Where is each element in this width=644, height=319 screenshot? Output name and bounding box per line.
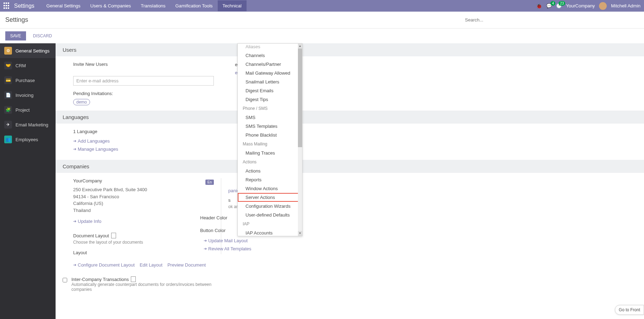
go-to-front-button[interactable]: Go to Front xyxy=(615,305,644,315)
sidebar-item-project[interactable]: 🧩 Project xyxy=(0,102,56,117)
dd-mail-gateway[interactable]: Mail Gateway Allowed xyxy=(238,69,302,77)
dropdown-scrollbar[interactable]: ▲ ▼ xyxy=(298,44,302,236)
nav-translations[interactable]: Translations xyxy=(136,0,170,11)
nav-general-settings[interactable]: General Settings xyxy=(42,0,85,11)
users-left-col: Invite New Users Pending Invitations: de… xyxy=(73,62,214,105)
dd-reports[interactable]: Reports xyxy=(238,175,302,184)
dd-actions[interactable]: Actions xyxy=(238,167,302,175)
dd-header-actions: Actions xyxy=(238,157,302,167)
update-mail-layout-link[interactable]: ➔ Update Mail Layout xyxy=(204,238,362,243)
ict-row: Inter-Company Transactions Automatically… xyxy=(63,276,214,292)
sidebar-item-crm[interactable]: 🤝 CRM xyxy=(0,58,56,73)
sidebar-item-invoicing[interactable]: 📄 Invoicing xyxy=(0,88,56,102)
company-address-2: 94134 - San Francisco xyxy=(73,193,214,200)
company-switcher[interactable]: YourCompany xyxy=(566,3,595,8)
sub-header: Settings xyxy=(0,12,644,29)
config-links: ➔ Configure Document Layout Edit Layout … xyxy=(73,262,214,268)
employees-icon: 👥 xyxy=(4,136,12,143)
manage-languages-link[interactable]: ➔ Manage Languages xyxy=(73,146,214,152)
dd-snailmail[interactable]: Snailmail Letters xyxy=(238,77,302,86)
project-icon: 🧩 xyxy=(4,106,12,114)
dd-mailing-traces[interactable]: Mailing Traces xyxy=(238,149,302,157)
sidebar-item-label: Employees xyxy=(15,137,38,142)
dd-iap-accounts[interactable]: IAP Accounts xyxy=(238,229,302,236)
dd-window-actions[interactable]: Window Actions xyxy=(238,184,302,193)
company-name: YourCompany xyxy=(73,178,102,183)
dd-channels-partner[interactable]: Channels/Partner xyxy=(238,60,302,69)
scroll-down-icon[interactable]: ▼ xyxy=(298,231,302,236)
scroll-thumb[interactable] xyxy=(298,49,302,147)
apps-icon[interactable] xyxy=(4,2,11,10)
nav-technical[interactable]: Technical xyxy=(218,0,247,11)
ict-checkbox[interactable] xyxy=(63,278,67,282)
dd-server-actions[interactable]: Server Actions xyxy=(238,193,302,202)
arrow-right-icon: ➔ xyxy=(73,263,76,267)
page-title: Settings xyxy=(5,16,28,24)
activities-icon[interactable]: 🕐23 xyxy=(556,3,562,8)
gear-icon: ⚙ xyxy=(4,47,12,55)
sidebar-item-general[interactable]: ⚙ General Settings xyxy=(0,43,56,58)
layout-label: Layout xyxy=(73,250,214,255)
company-address-1: 250 Executive Park Blvd, Suite 3400 xyxy=(73,186,214,193)
invite-email-input[interactable] xyxy=(73,76,214,86)
save-button[interactable]: SAVE xyxy=(5,31,26,40)
sidebar-item-label: Email Marketing xyxy=(15,122,48,127)
sidebar-item-employees[interactable]: 👥 Employees xyxy=(0,132,56,147)
action-bar: SAVE DISCARD xyxy=(0,29,644,43)
edit-layout-link[interactable]: Edit Layout xyxy=(140,262,162,268)
dd-header-iap: IAP xyxy=(238,219,302,229)
ict-title: Inter-Company Transactions xyxy=(71,276,214,282)
technical-dropdown: Aliases Channels Channels/Partner Mail G… xyxy=(237,43,302,236)
ict-subtitle: Automatically generate counterpart docum… xyxy=(71,282,214,292)
arrow-right-icon: ➔ xyxy=(204,246,207,251)
dd-phone-blacklist[interactable]: Phone Blacklist xyxy=(238,131,302,139)
update-info-link[interactable]: ➔ Update Info xyxy=(73,219,214,224)
sidebar-item-email[interactable]: ✈ Email Marketing xyxy=(0,117,56,132)
pending-tag-demo[interactable]: demo xyxy=(73,99,90,105)
messages-badge: 4 xyxy=(550,1,555,6)
content: Aliases Channels Channels/Partner Mail G… xyxy=(56,43,644,319)
search-box xyxy=(463,15,639,25)
language-count: 1 Language xyxy=(73,129,214,134)
nav-users-companies[interactable]: Users & Companies xyxy=(85,0,136,11)
activities-badge: 23 xyxy=(559,1,565,6)
company-badge: En xyxy=(205,180,214,185)
scroll-up-icon[interactable]: ▲ xyxy=(298,44,302,49)
user-name[interactable]: Mitchell Admin xyxy=(611,3,640,8)
document-icon xyxy=(111,233,116,238)
sidebar-item-label: Invoicing xyxy=(15,93,33,98)
arrow-right-icon: ➔ xyxy=(204,238,207,243)
company-address-3: California (US) xyxy=(73,200,214,207)
purchase-icon: 💳 xyxy=(4,76,12,84)
section-companies-header: Companies xyxy=(56,160,644,173)
dd-config-wizards[interactable]: Configuration Wizards xyxy=(238,202,302,211)
dd-digest-emails[interactable]: Digest Emails xyxy=(238,86,302,95)
dd-channels[interactable]: Channels xyxy=(238,51,302,60)
discard-button[interactable]: DISCARD xyxy=(30,31,55,40)
dd-user-defaults[interactable]: User-defined Defaults xyxy=(238,211,302,219)
dd-sms-templates[interactable]: SMS Templates xyxy=(238,122,302,131)
dd-digest-tips[interactable]: Digest Tips xyxy=(238,95,302,104)
add-languages-link[interactable]: ➔ Add Languages xyxy=(73,138,214,144)
preview-document-link[interactable]: Preview Document xyxy=(167,262,206,268)
nav-gamification[interactable]: Gamification Tools xyxy=(171,0,218,11)
sidebar-item-label: CRM xyxy=(15,63,26,68)
document-icon xyxy=(131,276,136,282)
configure-doc-layout-link[interactable]: ➔ Configure Document Layout xyxy=(73,262,135,268)
invoice-icon: 📄 xyxy=(4,91,12,99)
company-address-4: Thailand xyxy=(73,207,214,214)
nav-right: 🐞 💬4 🕐23 YourCompany Mitchell Admin xyxy=(536,2,640,10)
messages-icon[interactable]: 💬4 xyxy=(546,3,552,8)
review-templates-link[interactable]: ➔ Review All Templates xyxy=(204,246,362,251)
dd-sms[interactable]: SMS xyxy=(238,113,302,122)
sidebar-item-purchase[interactable]: 💳 Purchase xyxy=(0,73,56,88)
dd-aliases[interactable]: Aliases xyxy=(238,44,302,51)
bug-icon[interactable]: 🐞 xyxy=(536,3,542,9)
avatar[interactable] xyxy=(599,2,607,10)
search-input[interactable] xyxy=(463,15,639,25)
app-title: Settings xyxy=(14,3,34,9)
doc-layout-title: Document Layout xyxy=(73,233,214,238)
section-languages-header: Languages xyxy=(56,111,644,124)
arrow-right-icon: ➔ xyxy=(73,219,76,224)
dd-header-phone: Phone / SMS xyxy=(238,104,302,113)
